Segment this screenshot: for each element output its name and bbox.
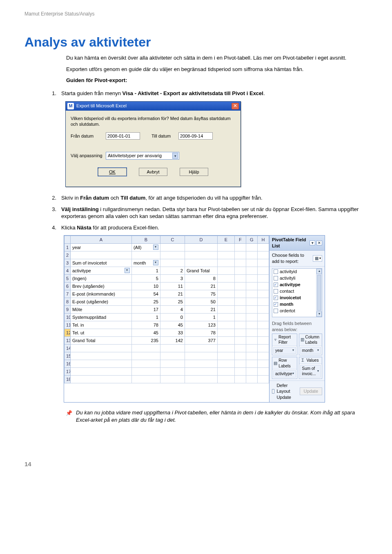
cell[interactable] bbox=[217, 329, 234, 337]
cell[interactable] bbox=[234, 283, 246, 290]
pivot-table[interactable]: ABCDEFGH1year(All)▾23Sum of invoicetotmo… bbox=[64, 236, 269, 383]
cell[interactable]: Grand Total bbox=[185, 267, 217, 275]
cell[interactable] bbox=[160, 244, 185, 251]
cell[interactable]: 4 bbox=[65, 267, 71, 275]
scroll-thumb[interactable] bbox=[317, 275, 321, 311]
cell[interactable]: 12 bbox=[65, 329, 71, 337]
cell[interactable] bbox=[234, 368, 246, 376]
cell[interactable] bbox=[246, 345, 257, 352]
field-item[interactable]: activityli bbox=[272, 275, 316, 282]
cell[interactable]: 21 bbox=[160, 290, 185, 298]
cell[interactable] bbox=[246, 244, 257, 251]
scroll-down-icon[interactable]: ▾ bbox=[316, 311, 322, 317]
cell[interactable] bbox=[234, 329, 246, 337]
cell[interactable]: D bbox=[185, 236, 217, 244]
cell[interactable] bbox=[234, 251, 246, 259]
cell[interactable] bbox=[246, 267, 257, 275]
cell[interactable]: 235 bbox=[131, 337, 160, 345]
cell[interactable] bbox=[185, 368, 217, 376]
cell[interactable] bbox=[234, 376, 246, 383]
cell[interactable]: Systemupprättad bbox=[70, 314, 131, 321]
cell[interactable]: 25 bbox=[131, 298, 160, 306]
cell[interactable]: Grand Total bbox=[70, 337, 131, 345]
cell[interactable] bbox=[160, 259, 185, 267]
cell[interactable] bbox=[234, 267, 246, 275]
cell[interactable]: 54 bbox=[131, 290, 160, 298]
cell[interactable] bbox=[246, 337, 257, 345]
cell[interactable]: 11 bbox=[65, 321, 71, 329]
cell[interactable]: 0 bbox=[160, 314, 185, 321]
cell[interactable] bbox=[217, 290, 234, 298]
cell[interactable] bbox=[257, 283, 269, 290]
cell[interactable]: G bbox=[246, 236, 257, 244]
cell[interactable] bbox=[185, 352, 217, 360]
close-icon[interactable]: ✕ bbox=[232, 103, 239, 109]
area-item[interactable]: Sum of invoic...▾ bbox=[300, 365, 321, 378]
cell[interactable]: E-post (inkommande) bbox=[70, 290, 131, 298]
cell[interactable] bbox=[217, 244, 234, 251]
cell[interactable] bbox=[185, 251, 217, 259]
cell[interactable] bbox=[257, 368, 269, 376]
cell[interactable]: A bbox=[70, 236, 131, 244]
cell[interactable]: 1 bbox=[185, 314, 217, 321]
cell[interactable]: 50 bbox=[185, 298, 217, 306]
cell[interactable] bbox=[257, 329, 269, 337]
cell[interactable]: 5 bbox=[131, 275, 160, 283]
cell[interactable]: H bbox=[257, 236, 269, 244]
cell[interactable] bbox=[234, 275, 246, 283]
cell[interactable] bbox=[234, 298, 246, 306]
cell[interactable] bbox=[257, 376, 269, 383]
row-labels-area[interactable]: ▤Row Labels activitype▾ bbox=[272, 357, 297, 379]
dialog-titlebar[interactable]: M Export till Microsoft Excel ✕ bbox=[66, 102, 241, 111]
cell[interactable] bbox=[257, 267, 269, 275]
cell[interactable] bbox=[246, 251, 257, 259]
cell[interactable] bbox=[160, 360, 185, 368]
cell[interactable]: 8 bbox=[65, 298, 71, 306]
checkbox[interactable]: ✓ bbox=[274, 283, 278, 287]
cell[interactable]: 21 bbox=[185, 283, 217, 290]
cell[interactable] bbox=[234, 244, 246, 251]
cell[interactable]: 4 bbox=[160, 306, 185, 314]
cell[interactable] bbox=[234, 337, 246, 345]
cell[interactable]: 13 bbox=[65, 337, 71, 345]
area-item[interactable]: month▾ bbox=[300, 347, 321, 354]
area-item[interactable]: year▾ bbox=[273, 347, 296, 354]
cell[interactable] bbox=[185, 360, 217, 368]
layout-options-button[interactable]: ▦ ▾ bbox=[313, 255, 322, 262]
scrollbar[interactable]: ▴ ▾ bbox=[316, 269, 322, 317]
cell[interactable] bbox=[185, 345, 217, 352]
cell[interactable]: E bbox=[217, 236, 234, 244]
cell[interactable]: 2 bbox=[65, 251, 71, 259]
scroll-up-icon[interactable]: ▴ bbox=[316, 269, 322, 274]
cell[interactable] bbox=[257, 360, 269, 368]
cell[interactable] bbox=[246, 314, 257, 321]
cell[interactable] bbox=[131, 376, 160, 383]
cell[interactable] bbox=[246, 368, 257, 376]
cell[interactable] bbox=[185, 259, 217, 267]
cell[interactable]: 21 bbox=[185, 306, 217, 314]
cell[interactable] bbox=[246, 306, 257, 314]
cell[interactable]: 3 bbox=[160, 275, 185, 283]
cell[interactable] bbox=[257, 290, 269, 298]
cell[interactable] bbox=[185, 244, 217, 251]
cell[interactable] bbox=[160, 376, 185, 383]
cell[interactable]: 78 bbox=[131, 321, 160, 329]
cell[interactable] bbox=[246, 360, 257, 368]
cell[interactable] bbox=[234, 259, 246, 267]
cell[interactable] bbox=[217, 321, 234, 329]
cell[interactable] bbox=[217, 368, 234, 376]
cell[interactable] bbox=[246, 290, 257, 298]
cell[interactable] bbox=[70, 251, 131, 259]
cell[interactable]: 33 bbox=[160, 329, 185, 337]
cell[interactable]: 11 bbox=[160, 283, 185, 290]
cell[interactable] bbox=[131, 368, 160, 376]
cell[interactable] bbox=[246, 329, 257, 337]
cell[interactable]: 5 bbox=[65, 275, 71, 283]
column-labels-area[interactable]: ▥Column Labels month▾ bbox=[299, 334, 322, 356]
cell[interactable]: Tel. in bbox=[70, 321, 131, 329]
cell[interactable] bbox=[257, 251, 269, 259]
cell[interactable]: 7 bbox=[65, 290, 71, 298]
cell[interactable] bbox=[246, 283, 257, 290]
checkbox[interactable] bbox=[274, 269, 278, 274]
cell[interactable]: 123 bbox=[185, 321, 217, 329]
